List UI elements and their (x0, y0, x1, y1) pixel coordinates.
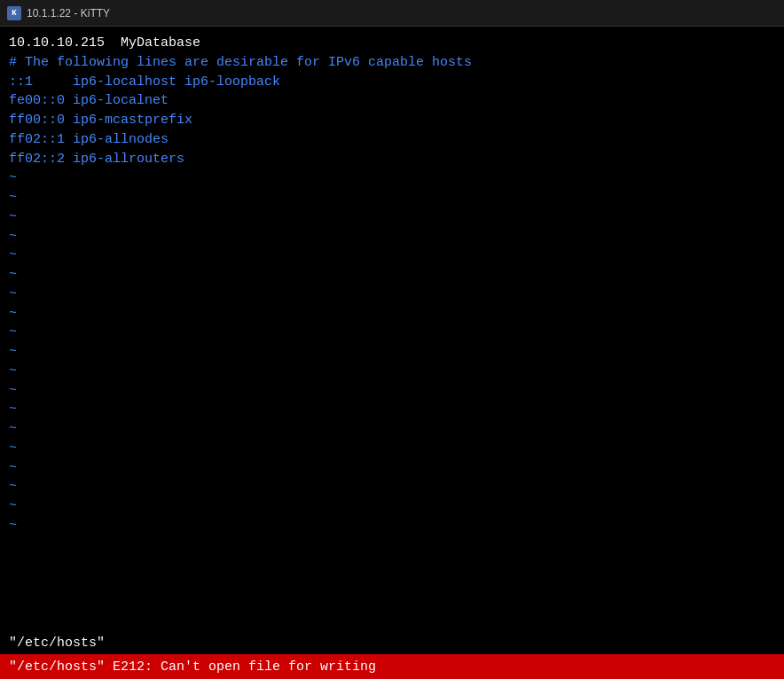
status-error: "/etc/hosts" E212: Can't open file for w… (0, 654, 784, 679)
window-title: 10.1.1.22 - KiTTY (27, 7, 110, 20)
terminal-content: 10.10.10.215 MyDatabase# The following l… (9, 34, 775, 535)
status-filename: "/etc/hosts" (0, 634, 114, 652)
terminal-area[interactable]: 10.10.10.215 MyDatabase# The following l… (0, 27, 784, 679)
title-bar: K 10.1.1.22 - KiTTY (0, 0, 784, 27)
app-icon: K (7, 6, 21, 20)
